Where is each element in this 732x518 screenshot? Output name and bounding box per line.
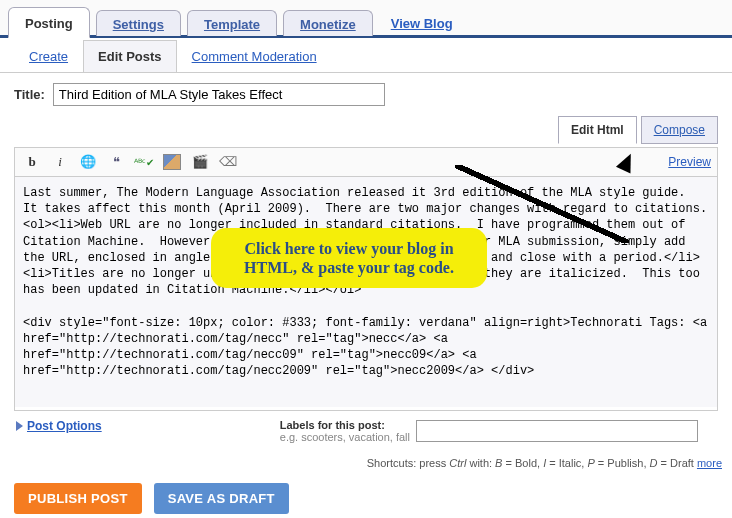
- preview-link[interactable]: Preview: [668, 155, 711, 169]
- subtab-editposts[interactable]: Edit Posts: [83, 40, 177, 72]
- arrow-line-icon: [455, 165, 629, 243]
- spellcheck-button[interactable]: ᴬᴮᶜ✔: [133, 152, 155, 172]
- shortcuts-text: Shortcuts: press Ctrl with: B = Bold, I …: [0, 455, 732, 479]
- quote-button[interactable]: ❝: [105, 152, 127, 172]
- save-as-draft-button[interactable]: SAVE AS DRAFT: [154, 483, 289, 514]
- post-options-toggle[interactable]: Post Options: [16, 419, 102, 433]
- image-icon: [163, 154, 181, 170]
- primary-tabs: Posting Settings Template Monetize View …: [0, 0, 732, 38]
- tab-edit-html[interactable]: Edit Html: [558, 116, 637, 144]
- tab-settings[interactable]: Settings: [96, 10, 181, 36]
- tab-monetize[interactable]: Monetize: [283, 10, 373, 36]
- labels-label: Labels for this post:: [280, 419, 385, 431]
- tab-posting[interactable]: Posting: [8, 7, 90, 38]
- annotation-callout: Click here to view your blog in HTML, & …: [214, 231, 484, 285]
- title-label: Title:: [14, 87, 45, 102]
- publish-post-button[interactable]: PUBLISH POST: [14, 483, 142, 514]
- view-blog-link[interactable]: View Blog: [391, 16, 453, 31]
- title-input[interactable]: [53, 83, 385, 106]
- posting-subtabs: Create Edit Posts Comment Moderation: [0, 38, 732, 73]
- triangle-right-icon: [16, 421, 23, 431]
- labels-input[interactable]: [416, 420, 698, 442]
- subtab-commentmoderation[interactable]: Comment Moderation: [177, 40, 332, 72]
- insert-video-button[interactable]: 🎬: [189, 152, 211, 172]
- post-options-label: Post Options: [27, 419, 102, 433]
- annotation-arrow: [455, 153, 635, 243]
- link-button[interactable]: 🌐: [77, 152, 99, 172]
- editor-wrap: Click here to view your blog in HTML, & …: [14, 176, 718, 411]
- editor-mode-tabs: Edit Html Compose: [14, 116, 718, 144]
- labels-hint: e.g. scooters, vacation, fall: [280, 431, 410, 443]
- italic-button[interactable]: i: [49, 152, 71, 172]
- remove-formatting-button[interactable]: ⌫: [217, 152, 239, 172]
- bold-button[interactable]: b: [21, 152, 43, 172]
- tab-compose[interactable]: Compose: [641, 116, 718, 144]
- shortcuts-more-link[interactable]: more: [697, 457, 722, 469]
- insert-image-button[interactable]: [161, 152, 183, 172]
- tab-template[interactable]: Template: [187, 10, 277, 36]
- subtab-create[interactable]: Create: [14, 40, 83, 72]
